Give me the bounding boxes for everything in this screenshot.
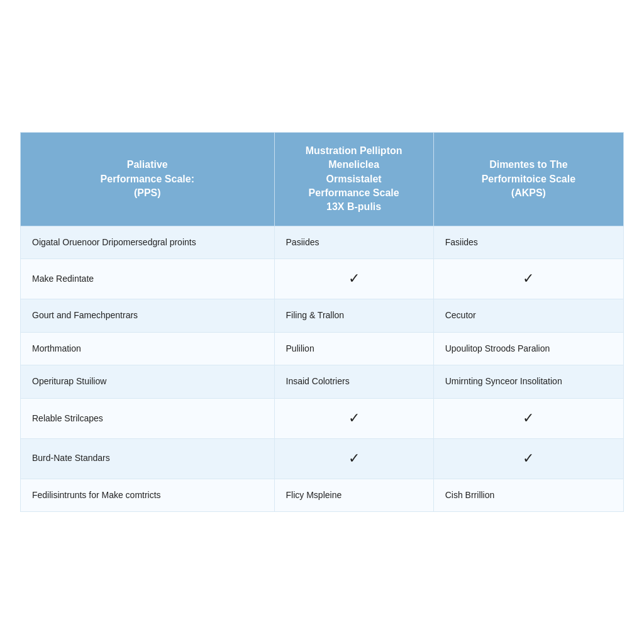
row-col3-4: Umirnting Synceor Insolitation bbox=[433, 365, 623, 399]
row-col2-4: Insaid Colotriers bbox=[274, 365, 433, 399]
row-col1-6: Burd-Nate Standars bbox=[21, 438, 275, 479]
row-col3-2: Cecutor bbox=[433, 299, 623, 333]
row-col3-0: Fasiides bbox=[433, 226, 623, 259]
checkmark-icon: ✓ bbox=[286, 449, 422, 469]
checkmark-icon: ✓ bbox=[286, 409, 422, 428]
row-col2-5: ✓ bbox=[274, 398, 433, 438]
row-col1-2: Gourt and Famechpentrars bbox=[21, 299, 275, 333]
checkmark-icon: ✓ bbox=[286, 269, 422, 289]
checkmark-icon: ✓ bbox=[445, 269, 612, 289]
column-header-3: Dimentes to The Performitoice Scale (AKP… bbox=[433, 132, 623, 226]
row-col3-5: ✓ bbox=[433, 398, 623, 438]
table-row: Oigatal Oruenoor Dripomersedgral proints… bbox=[21, 226, 624, 259]
table-row: Burd-Nate Standars✓✓ bbox=[21, 438, 624, 479]
row-col3-7: Cish Brrillion bbox=[433, 479, 623, 512]
row-col2-2: Filing & Trallon bbox=[274, 299, 433, 333]
table-row: Relable Strilcapes✓✓ bbox=[21, 398, 624, 438]
table-row: Gourt and FamechpentrarsFiling & Trallon… bbox=[21, 299, 624, 333]
table-row: Operiturap StuiliowInsaid ColotriersUmir… bbox=[21, 365, 624, 399]
row-col1-1: Make Redintate bbox=[21, 259, 275, 299]
row-col1-5: Relable Strilcapes bbox=[21, 398, 275, 438]
row-col2-0: Pasiides bbox=[274, 226, 433, 259]
table-row: MorthmationPulilionUpoulitop Stroods Par… bbox=[21, 332, 624, 365]
row-col1-0: Oigatal Oruenoor Dripomersedgral proints bbox=[21, 226, 275, 259]
column-header-1: Paliative Performance Scale: (PPS) bbox=[21, 132, 275, 226]
row-col3-6: ✓ bbox=[433, 438, 623, 479]
row-col1-4: Operiturap Stuiliow bbox=[21, 365, 275, 399]
row-col2-1: ✓ bbox=[274, 259, 433, 299]
table-row: Fedilisintrunts for Make comtrictsFlicy … bbox=[21, 479, 624, 512]
checkmark-icon: ✓ bbox=[445, 449, 612, 469]
row-col2-7: Flicy Mspleine bbox=[274, 479, 433, 512]
column-header-2: Mustration Pellipton Meneliclea Ormsista… bbox=[274, 132, 433, 226]
row-col1-7: Fedilisintrunts for Make comtricts bbox=[21, 479, 275, 512]
row-col2-6: ✓ bbox=[274, 438, 433, 479]
row-col2-3: Pulilion bbox=[274, 332, 433, 365]
row-col3-3: Upoulitop Stroods Paralion bbox=[433, 332, 623, 365]
comparison-table: Paliative Performance Scale: (PPS) Mustr… bbox=[20, 132, 624, 512]
table-row: Make Redintate✓✓ bbox=[21, 259, 624, 299]
checkmark-icon: ✓ bbox=[445, 409, 612, 428]
row-col3-1: ✓ bbox=[433, 259, 623, 299]
row-col1-3: Morthmation bbox=[21, 332, 275, 365]
